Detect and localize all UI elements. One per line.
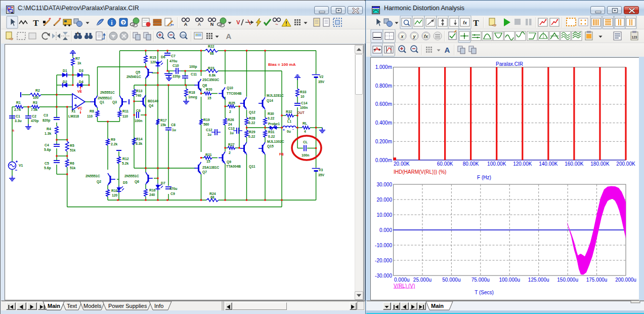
svg-text:A: A	[445, 46, 450, 54]
svg-text:1u: 1u	[230, 131, 234, 135]
svg-text:Q14: Q14	[267, 99, 273, 103]
svg-text:68: 68	[210, 195, 214, 199]
svg-text:Q2: Q2	[97, 180, 101, 184]
svg-text:68: 68	[210, 52, 214, 55]
svg-text:TTC004B: TTC004B	[227, 92, 242, 95]
svg-text:51k: 51k	[70, 166, 76, 170]
svg-text:C5: C5	[45, 162, 49, 165]
svg-text:D5: D5	[123, 181, 127, 184]
svg-text:R31: R31	[268, 130, 275, 134]
svg-text:VC: VC	[77, 106, 82, 110]
svg-text:R28: R28	[249, 116, 255, 120]
svg-text:160.00K: 160.00K	[565, 161, 584, 167]
svg-text:50.000u: 50.000u	[442, 277, 460, 283]
svg-text:R2: R2	[35, 89, 40, 92]
svg-text:R9: R9	[111, 138, 115, 141]
svg-text:IHD(HARM(V(RL))) (%): IHD(HARM(V(RL))) (%)	[394, 169, 446, 175]
svg-text:30.000: 30.000	[376, 182, 392, 187]
svg-text:125.000u: 125.000u	[528, 277, 549, 283]
svg-text:C6: C6	[136, 109, 141, 112]
svg-text:Main: Main	[431, 303, 444, 309]
svg-text:R17: R17	[160, 119, 167, 122]
svg-text:0.22: 0.22	[248, 135, 255, 138]
svg-text:R18: R18	[189, 91, 195, 94]
svg-text:0.22: 0.22	[248, 121, 255, 125]
svg-text:R27: R27	[228, 143, 235, 146]
svg-text:Probe1: Probe1	[268, 122, 280, 126]
svg-text:R25: R25	[229, 101, 235, 105]
svg-text:~: ~	[275, 22, 278, 27]
svg-text:123: 123	[632, 35, 637, 39]
svg-text:C9: C9	[170, 192, 175, 195]
svg-text:Q11: Q11	[249, 165, 255, 169]
svg-text:R13: R13	[136, 89, 143, 93]
svg-text:175.000u: 175.000u	[586, 277, 608, 283]
svg-text:V3: V3	[319, 168, 323, 172]
svg-text:R20: R20	[206, 88, 212, 91]
svg-text:220p: 220p	[173, 74, 181, 78]
svg-text:5.2k: 5.2k	[122, 162, 128, 165]
svg-text:R29: R29	[249, 130, 255, 134]
svg-text:0.000m: 0.000m	[375, 158, 392, 163]
svg-text:0.800m: 0.800m	[375, 83, 392, 89]
svg-text:N: N	[210, 22, 214, 27]
svg-text:Q15: Q15	[267, 144, 274, 148]
svg-text:R16: R16	[149, 188, 156, 192]
svg-text:R15: R15	[150, 56, 156, 59]
svg-text:LM318: LM318	[68, 114, 79, 118]
svg-text:1.000m: 1.000m	[375, 64, 392, 70]
svg-text:C14: C14	[301, 101, 308, 105]
svg-text:D1: D1	[63, 69, 67, 72]
svg-text:0.22: 0.22	[268, 135, 275, 138]
svg-text:Q7: Q7	[202, 170, 207, 174]
svg-text:R6: R6	[70, 162, 74, 165]
svg-text:R4: R4	[47, 127, 51, 131]
svg-text:110: 110	[122, 114, 128, 118]
svg-text:100n: 100n	[135, 119, 143, 123]
svg-text:4: 4	[304, 130, 306, 133]
svg-text:2: 2	[229, 151, 231, 154]
svg-text:D7: D7	[161, 181, 165, 185]
svg-text:RL: RL	[303, 122, 307, 125]
svg-text:D6: D6	[161, 55, 165, 59]
svg-text:0u: 0u	[287, 130, 291, 133]
svg-text:110: 110	[87, 114, 93, 118]
svg-text:Info: Info	[154, 303, 163, 309]
svg-text:Q8: Q8	[202, 84, 207, 88]
svg-text:A: A	[226, 32, 232, 41]
svg-text:R3: R3	[33, 101, 37, 104]
svg-text:20.000: 20.000	[376, 197, 392, 203]
svg-text:Text: Text	[67, 303, 77, 309]
svg-text:100n: 100n	[302, 153, 310, 157]
svg-text:L1: L1	[287, 120, 291, 123]
svg-text:Q6: Q6	[135, 180, 139, 184]
svg-text:470u: 470u	[169, 187, 178, 190]
svg-text:Main: Main	[48, 303, 60, 309]
svg-text:A: A	[184, 22, 188, 27]
svg-text:560: 560	[203, 123, 209, 126]
svg-text:R22: R22	[208, 45, 214, 48]
svg-text:R8: R8	[90, 109, 94, 113]
svg-text:470u: 470u	[169, 59, 178, 63]
svg-text:180.00K: 180.00K	[590, 161, 610, 167]
svg-text:R21: R21	[205, 153, 212, 156]
svg-text:C11: C11	[191, 72, 197, 76]
svg-text:51k: 51k	[70, 148, 76, 152]
svg-text:3.3u: 3.3u	[15, 119, 22, 123]
svg-text:2N5551C: 2N5551C	[124, 174, 139, 178]
svg-text:100: 100	[33, 96, 39, 99]
svg-text:R26: R26	[228, 118, 234, 122]
svg-text:MJL3281C: MJL3281C	[267, 94, 284, 97]
svg-text:x: x	[400, 34, 404, 39]
svg-text:-10.000: -10.000	[375, 243, 392, 248]
svg-text:740: 740	[136, 94, 142, 97]
svg-text:15k: 15k	[160, 123, 166, 127]
svg-text:R1: R1	[16, 101, 21, 104]
svg-text:R19: R19	[203, 118, 210, 122]
svg-text:120.00K: 120.00K	[513, 161, 532, 167]
svg-text:R12: R12	[122, 157, 129, 161]
svg-text:D2: D2	[63, 80, 67, 84]
svg-text:BD140: BD140	[148, 99, 158, 103]
svg-text:C7: C7	[171, 54, 176, 58]
svg-text:100: 100	[181, 34, 185, 37]
